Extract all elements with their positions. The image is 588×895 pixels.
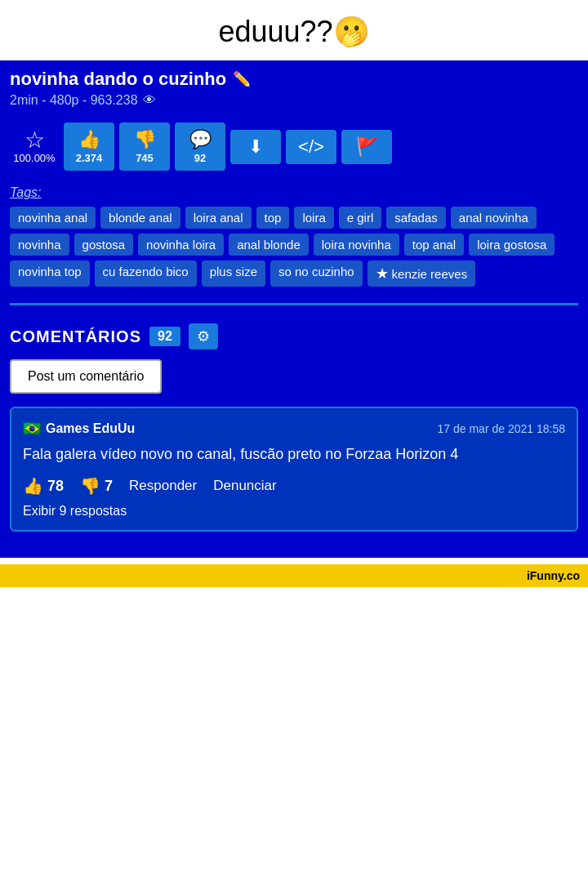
report-button[interactable]: Denunciar [213,478,277,494]
ifunny-label: iFunny.co [527,569,580,582]
embed-icon: </> [298,136,324,158]
video-title-text: novinha dando o cuzinho [10,69,226,90]
star-icon[interactable]: ☆ [24,129,45,152]
like-button[interactable]: 👍 2.374 [64,122,114,171]
comment-count-btn: 92 [194,152,206,164]
tag-item[interactable]: top [256,207,290,229]
header-title: eduuu??🫢 [218,15,369,48]
comment-card: 🇧🇷 Games EduUu 17 de mar de 2021 18:58 F… [10,407,578,532]
comment-like-button[interactable]: 👍 78 [23,476,64,496]
flag-icon: 🚩 [356,136,378,158]
user-flag: 🇧🇷 [23,420,41,438]
star-tag-icon: ★ [376,265,389,283]
comment-user: 🇧🇷 Games EduUu [23,420,135,438]
dislike-button[interactable]: 👎 745 [119,122,170,171]
filter-icon: ⚙ [197,328,210,345]
tag-item[interactable]: anal novinha [451,207,537,229]
comment-dislike-button[interactable]: 👎 7 [80,476,113,496]
comment-like-count: 78 [47,478,64,495]
filter-button[interactable]: ⚙ [189,323,218,350]
tags-section: Tags: novinha analblonde analloira analt… [10,185,578,287]
post-comment-label: Post um comentário [28,369,144,383]
tag-item[interactable]: loira novinha [314,234,399,256]
comment-dislike-count: 7 [105,478,113,495]
tag-item[interactable]: top anal [404,234,464,256]
tag-item[interactable]: novinha loira [138,234,224,256]
post-comment-button[interactable]: Post um comentário [10,359,162,394]
main-content: novinha dando o cuzinho ✏️ 2min - 480p -… [0,60,588,558]
ifunny-footer: iFunny.co [0,564,588,587]
tag-item[interactable]: loira anal [185,207,252,229]
flag-button[interactable]: 🚩 [341,130,392,164]
tag-item[interactable]: gostosa [74,234,134,256]
comment-text: Fala galera vídeo novo no canal, fuscão … [23,444,565,465]
tag-item[interactable]: novinha [10,234,69,256]
rating-block: ☆ 100.00% [10,129,59,164]
tag-item[interactable]: novinha top [10,260,90,287]
comments-count-badge: 92 [149,327,180,346]
tag-item[interactable]: anal blonde [229,234,309,256]
tag-item[interactable]: e girl [339,207,382,229]
comment-date: 17 de mar de 2021 18:58 [438,422,565,435]
tags-label: Tags: [10,185,578,200]
tag-item[interactable]: plus size [202,260,265,287]
like-icon: 👍 [78,129,100,150]
tag-item[interactable]: loira gostosa [469,234,555,256]
download-icon: ⬇ [248,136,263,158]
comments-header: Comentários 92 ⚙ [10,323,578,350]
video-title-row: novinha dando o cuzinho ✏️ [10,69,578,90]
thumbs-up-icon: 👍 [23,476,43,496]
actions-row: ☆ 100.00% 👍 2.374 👎 745 💬 92 ⬇ </> 🚩 [10,122,578,171]
dislike-count: 745 [136,152,154,164]
comments-list: 🇧🇷 Games EduUu 17 de mar de 2021 18:58 F… [10,407,578,532]
tag-item[interactable]: novinha anal [10,207,96,229]
divider [10,303,578,305]
reply-button[interactable]: Responder [129,478,197,494]
tag-item[interactable]: ★ kenzie reeves [368,260,476,287]
tag-item[interactable]: loira [294,207,333,229]
edit-icon[interactable]: ✏️ [233,70,251,88]
tag-item[interactable]: blonde anal [100,207,180,229]
video-meta: 2min - 480p - 963.238 👁 [10,93,578,108]
show-replies-link[interactable]: Exibir 9 respostas [23,504,565,519]
tag-item[interactable]: safadas [386,207,446,229]
page-header: eduuu??🫢 [0,0,588,60]
dislike-icon: 👎 [134,129,156,150]
tag-item[interactable]: so no cuzinho [270,260,363,287]
thumbs-down-icon: 👎 [80,476,100,496]
comments-section: Comentários 92 ⚙ Post um comentário 🇧🇷 G… [10,315,578,550]
comments-title: Comentários [10,327,141,346]
comment-actions: 👍 78 👎 7 Responder Denunciar [23,476,565,496]
comment-count-button[interactable]: 💬 92 [175,122,225,171]
embed-button[interactable]: </> [286,130,336,164]
rating-percentage: 100.00% [13,152,55,164]
username: Games EduUu [46,421,135,436]
tags-container: novinha analblonde analloira analtoploir… [10,207,578,287]
comment-icon: 💬 [189,129,212,150]
video-info: 2min - 480p - 963.238 [10,93,138,108]
download-button[interactable]: ⬇ [230,130,281,164]
comment-header: 🇧🇷 Games EduUu 17 de mar de 2021 18:58 [23,420,565,438]
eye-icon: 👁 [143,93,156,108]
like-count: 2.374 [76,152,103,164]
tag-item[interactable]: cu fazendo bico [95,260,197,287]
